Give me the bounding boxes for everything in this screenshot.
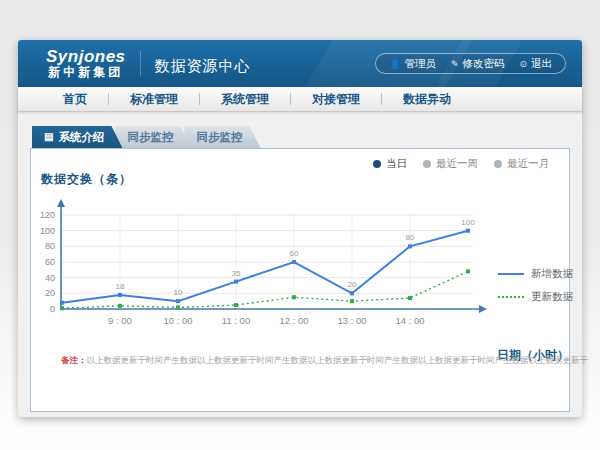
- svg-text:14 : 00: 14 : 00: [395, 315, 424, 326]
- user-menu: 👤 管理员 ✎ 修改密码 ⊙ 退出: [375, 53, 566, 74]
- line-chart: 0204060801001209 : 0010 : 0011 : 0012 : …: [39, 193, 495, 343]
- legend-item-new-data: 新增数据: [498, 267, 573, 281]
- tab-label: 系统介绍: [58, 130, 104, 145]
- svg-text:80: 80: [45, 241, 55, 251]
- svg-text:0: 0: [50, 304, 55, 314]
- footnote: 备注：以上数据更新于时间产生数据以上数据更新于时间产生数据以上数据更新于时间产生…: [61, 355, 588, 367]
- svg-text:100: 100: [40, 226, 55, 236]
- company-logo: Synjones 新中新集团: [46, 48, 126, 80]
- edit-icon: ✎: [451, 59, 459, 69]
- svg-text:10: 10: [174, 288, 183, 297]
- app-window: Synjones 新中新集团 数据资源中心 👤 管理员 ✎ 修改密码 ⊙ 退出 …: [18, 40, 582, 417]
- current-user-label: 管理员: [404, 57, 436, 71]
- tab-sync-monitor-1[interactable]: 同步监控: [115, 126, 191, 148]
- chart-legend: 新增数据 更新数据: [498, 267, 573, 304]
- y-axis-title: 数据交换（条）: [41, 171, 132, 188]
- user-icon: 👤: [389, 59, 400, 69]
- main-nav: 首页 标准管理 系统管理 对接管理 数据异动: [18, 87, 582, 112]
- svg-text:40: 40: [45, 273, 55, 283]
- app-header: Synjones 新中新集团 数据资源中心 👤 管理员 ✎ 修改密码 ⊙ 退出: [18, 40, 582, 87]
- svg-text:18: 18: [116, 282, 125, 291]
- svg-text:10 : 00: 10 : 00: [163, 315, 192, 326]
- power-icon: ⊙: [519, 59, 527, 69]
- svg-text:13 : 00: 13 : 00: [337, 315, 366, 326]
- nav-item-system-mgmt[interactable]: 系统管理: [200, 91, 290, 108]
- svg-text:100: 100: [461, 218, 475, 227]
- svg-text:12 : 00: 12 : 00: [279, 315, 308, 326]
- current-user-button[interactable]: 👤 管理员: [389, 57, 436, 71]
- logout-button[interactable]: ⊙ 退出: [519, 57, 552, 71]
- legend-label: 更新数据: [531, 290, 573, 304]
- nav-item-home[interactable]: 首页: [42, 91, 108, 108]
- tab-sync-monitor-2[interactable]: 同步监控: [184, 126, 260, 148]
- nav-item-data-change[interactable]: 数据异动: [382, 91, 472, 108]
- content-panel: 当日 最近一周 最近一月 数据交换（条） 0204060801001209 : …: [30, 148, 570, 412]
- logo-text-en: Synjones: [46, 48, 126, 67]
- tab-label: 同步监控: [127, 130, 173, 145]
- svg-text:20: 20: [45, 288, 55, 298]
- legend-line-dotted-icon: [498, 296, 524, 298]
- svg-text:11 : 00: 11 : 00: [222, 315, 250, 326]
- change-password-button[interactable]: ✎ 修改密码: [451, 57, 505, 71]
- nav-item-docking-mgmt[interactable]: 对接管理: [291, 91, 381, 108]
- svg-text:60: 60: [45, 257, 55, 267]
- legend-line-solid-icon: [498, 273, 524, 275]
- svg-text:9 : 00: 9 : 00: [108, 315, 132, 326]
- svg-text:20: 20: [348, 280, 357, 289]
- legend-item-update-data: 更新数据: [498, 290, 573, 304]
- radio-dot-icon: [373, 160, 381, 168]
- radio-label: 当日: [386, 157, 407, 171]
- nav-item-standard-mgmt[interactable]: 标准管理: [109, 91, 199, 108]
- radio-dot-icon: [423, 160, 431, 168]
- logout-label: 退出: [531, 57, 552, 71]
- svg-text:80: 80: [406, 233, 415, 242]
- page-title: 数据资源中心: [140, 51, 251, 76]
- radio-today[interactable]: 当日: [373, 157, 407, 171]
- change-password-label: 修改密码: [462, 57, 504, 71]
- tab-label: 同步监控: [196, 130, 242, 145]
- svg-text:120: 120: [40, 210, 55, 220]
- tab-bar: ▤ 系统介绍 同步监控 同步监控: [32, 126, 253, 148]
- svg-text:35: 35: [232, 269, 241, 278]
- radio-last-week[interactable]: 最近一周: [423, 157, 478, 171]
- tab-system-intro[interactable]: ▤ 系统介绍: [32, 126, 122, 148]
- time-range-filter: 当日 最近一周 最近一月: [373, 157, 549, 171]
- document-icon: ▤: [44, 132, 53, 142]
- radio-label: 最近一月: [507, 157, 549, 171]
- radio-last-month[interactable]: 最近一月: [494, 157, 549, 171]
- radio-label: 最近一周: [436, 157, 478, 171]
- line-chart-svg: 0204060801001209 : 0010 : 0011 : 0012 : …: [39, 193, 495, 343]
- svg-text:60: 60: [290, 249, 299, 258]
- legend-label: 新增数据: [531, 267, 573, 281]
- radio-dot-icon: [494, 160, 502, 168]
- footnote-text: 以上数据更新于时间产生数据以上数据更新于时间产生数据以上数据更新于时间产生数据以…: [87, 355, 589, 365]
- logo-text-cn: 新中新集团: [46, 66, 126, 79]
- footnote-label: 备注：: [61, 355, 87, 365]
